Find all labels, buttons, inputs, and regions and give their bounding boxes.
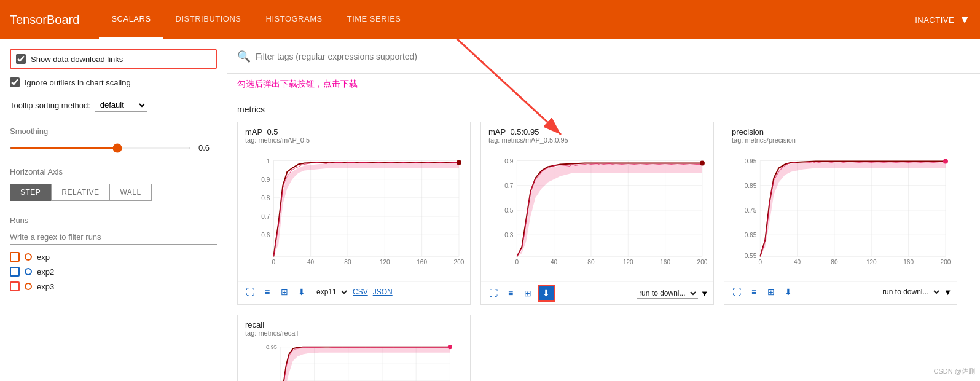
chart-map0595-header: mAP_0.5:0.95 tag: metrics/mAP_0.5:0.95 bbox=[481, 122, 713, 146]
smoothing-section: Smoothing 0.6 bbox=[10, 127, 217, 152]
chart-map05-toolbar: ⛶ ≡ ⊞ ⬇ exp11 CSV JSON bbox=[238, 281, 470, 302]
svg-text:0: 0 bbox=[758, 259, 762, 265]
axis-label: Horizontal Axis bbox=[10, 167, 217, 176]
run-select-map0595[interactable]: run to downl... bbox=[637, 288, 698, 299]
tooltip-select[interactable]: default bbox=[95, 98, 147, 112]
main-layout: Show data download links Ignore outliers… bbox=[0, 39, 980, 381]
run-select-precision-dropdown-icon: ▼ bbox=[944, 288, 952, 297]
show-download-checkbox[interactable] bbox=[16, 54, 26, 64]
axis-step-button[interactable]: STEP bbox=[10, 184, 51, 201]
run-item-exp2: exp2 bbox=[10, 267, 217, 277]
chart-map0595-body: 0.9 0.7 0.5 0.3 0 40 80 120 160 200 bbox=[481, 146, 713, 281]
smoothing-label: Smoothing bbox=[10, 127, 217, 136]
menu-btn-map05[interactable]: ≡ bbox=[260, 285, 275, 299]
fullscreen-btn-precision[interactable]: ⛶ bbox=[729, 285, 744, 299]
section-tag: metrics bbox=[237, 104, 970, 114]
chart-precision-header: precision tag: metrics/precision bbox=[724, 122, 957, 146]
main-content: 🔍 勾选后弹出下载按钮，点击下载 metrics mAP_0.5 tag: me… bbox=[227, 39, 980, 381]
chart-map0595-tag: tag: metrics/mAP_0.5:0.95 bbox=[488, 136, 706, 144]
app-logo: TensorBoard bbox=[10, 13, 79, 27]
nav-scalars[interactable]: SCALARS bbox=[99, 0, 163, 39]
run-name-exp: exp bbox=[37, 253, 50, 262]
svg-text:80: 80 bbox=[587, 259, 595, 265]
download-btn-map0595-highlighted[interactable]: ⬇ bbox=[538, 285, 555, 302]
svg-text:0.7: 0.7 bbox=[504, 183, 513, 189]
svg-point-24 bbox=[457, 160, 461, 165]
svg-text:0.75: 0.75 bbox=[745, 207, 757, 214]
axis-wall-button[interactable]: WALL bbox=[109, 184, 151, 201]
run-square-exp bbox=[10, 252, 20, 262]
tooltip-row: Tooltip sorting method: default bbox=[10, 98, 217, 112]
svg-text:0.8: 0.8 bbox=[261, 195, 270, 202]
run-select-precision[interactable]: run to downl... bbox=[880, 287, 941, 297]
chart-map05-title: mAP_0.5 bbox=[245, 127, 463, 136]
scatter-btn-precision[interactable]: ⊞ bbox=[764, 285, 778, 299]
chart-recall-body: 0.95 bbox=[238, 339, 470, 381]
csv-link-map05[interactable]: CSV bbox=[353, 288, 368, 296]
chart-precision: precision tag: metrics/precision bbox=[724, 122, 957, 305]
scatter-btn-map05[interactable]: ⊞ bbox=[277, 285, 292, 299]
chart-precision-body: 0.95 0.85 0.75 0.65 0.55 0 40 80 120 160… bbox=[724, 146, 957, 281]
ignore-outliers-checkbox[interactable] bbox=[10, 77, 20, 87]
fullscreen-btn-map0595[interactable]: ⛶ bbox=[486, 286, 501, 300]
chart-map05: mAP_0.5 tag: metrics/mAP_0.5 bbox=[237, 122, 471, 305]
svg-point-46 bbox=[700, 161, 705, 166]
run-square-exp2 bbox=[10, 267, 20, 277]
nav-histograms[interactable]: HISTOGRAMS bbox=[254, 0, 335, 39]
main-nav: SCALARS DISTRIBUTIONS HISTOGRAMS TIME SE… bbox=[99, 0, 915, 39]
run-name-exp2: exp2 bbox=[37, 267, 54, 277]
chart-recall-header: recall tag: metrics/recall bbox=[238, 315, 470, 339]
svg-text:0.7: 0.7 bbox=[261, 213, 270, 220]
scatter-btn-map0595[interactable]: ⊞ bbox=[520, 286, 535, 300]
header-right: INACTIVE ▼ bbox=[915, 14, 970, 26]
runs-filter-input[interactable] bbox=[10, 230, 217, 245]
charts-grid: mAP_0.5 tag: metrics/mAP_0.5 bbox=[237, 122, 970, 305]
runs-section: Runs exp exp2 exp3 bbox=[10, 216, 217, 291]
run-select-map05[interactable]: exp11 bbox=[312, 287, 349, 297]
download-btn-precision[interactable]: ⬇ bbox=[781, 285, 796, 299]
chart-map0595: mAP_0.5:0.95 tag: metrics/mAP_0.5:0.95 bbox=[480, 122, 714, 305]
svg-text:160: 160 bbox=[903, 259, 914, 265]
axis-relative-button[interactable]: RELATIVE bbox=[51, 184, 109, 201]
fullscreen-btn-map05[interactable]: ⛶ bbox=[243, 285, 257, 299]
sidebar: Show data download links Ignore outliers… bbox=[0, 39, 227, 381]
run-square-exp3 bbox=[10, 281, 20, 291]
json-link-map05[interactable]: JSON bbox=[373, 288, 393, 296]
svg-text:80: 80 bbox=[831, 259, 838, 265]
svg-text:0: 0 bbox=[515, 259, 519, 265]
chart-map0595-svg: 0.9 0.7 0.5 0.3 0 40 80 120 160 200 bbox=[486, 151, 708, 281]
download-btn-map05[interactable]: ⬇ bbox=[294, 285, 309, 299]
svg-text:120: 120 bbox=[623, 259, 633, 265]
runs-title: Runs bbox=[10, 216, 217, 225]
svg-text:0.6: 0.6 bbox=[261, 232, 270, 238]
nav-timeseries[interactable]: TIME SERIES bbox=[335, 0, 414, 39]
nav-distributions[interactable]: DISTRIBUTIONS bbox=[163, 0, 254, 39]
svg-text:80: 80 bbox=[344, 259, 351, 265]
show-download-links-row: Show data download links bbox=[10, 49, 217, 69]
chart-map05-header: mAP_0.5 tag: metrics/mAP_0.5 bbox=[238, 122, 470, 146]
run-item-exp: exp bbox=[10, 252, 217, 262]
chart-map05-svg: 1 0.9 0.8 0.7 0.6 0 40 80 120 160 200 bbox=[243, 151, 465, 281]
chart-recall: recall tag: metrics/recall bbox=[237, 315, 471, 381]
chart-precision-svg: 0.95 0.85 0.75 0.65 0.55 0 40 80 120 160… bbox=[729, 151, 952, 281]
run-item-exp3: exp3 bbox=[10, 281, 217, 291]
smoothing-slider[interactable] bbox=[10, 147, 191, 149]
search-input[interactable] bbox=[256, 52, 970, 61]
ignore-outliers-label: Ignore outliers in chart scaling bbox=[25, 78, 131, 87]
svg-text:0.95: 0.95 bbox=[266, 344, 277, 350]
chart-precision-toolbar: ⛶ ≡ ⊞ ⬇ run to downl... ▼ bbox=[724, 281, 957, 302]
run-select-dropdown-icon: ▼ bbox=[700, 289, 708, 298]
status-dropdown-icon[interactable]: ▼ bbox=[959, 14, 970, 26]
svg-text:200: 200 bbox=[941, 259, 951, 265]
svg-text:0.55: 0.55 bbox=[745, 253, 757, 259]
axis-buttons: STEP RELATIVE WALL bbox=[10, 184, 217, 201]
charts-section: metrics mAP_0.5 tag: metrics/mAP_0.5 bbox=[227, 95, 980, 381]
svg-text:1: 1 bbox=[267, 158, 270, 165]
menu-btn-precision[interactable]: ≡ bbox=[747, 285, 761, 299]
svg-text:40: 40 bbox=[794, 259, 801, 265]
svg-text:200: 200 bbox=[697, 259, 708, 265]
menu-btn-map0595[interactable]: ≡ bbox=[503, 286, 518, 300]
svg-text:0.9: 0.9 bbox=[504, 158, 513, 165]
chart-recall-title: recall bbox=[245, 320, 463, 329]
annotation-banner: 勾选后弹出下载按钮，点击下载 bbox=[227, 74, 980, 95]
